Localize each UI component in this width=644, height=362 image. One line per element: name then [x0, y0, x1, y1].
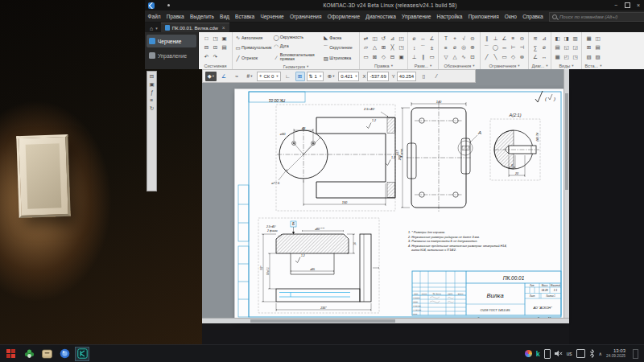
ribbon-tool-icon[interactable]: ◲ [571, 43, 580, 52]
ribbon-tool-icon[interactable]: ⊥ [491, 34, 500, 43]
document-tab[interactable]: ПК.00.01. Вилка.cdw × [161, 23, 229, 32]
document-tree-icon[interactable]: ⊟ [150, 73, 154, 79]
ribbon-tool-icon[interactable]: ⊟ [388, 52, 397, 62]
ribbon-tool-icon[interactable]: ⊿ [388, 34, 397, 43]
ribbon-tool-icon[interactable]: ▱ [361, 43, 370, 52]
bluetooth-icon[interactable] [589, 349, 595, 358]
app-launcher-green[interactable] [23, 348, 35, 360]
ribbon-tool-icon[interactable]: ⌀ [540, 43, 549, 52]
menu-item[interactable]: Ограничения [287, 14, 324, 19]
show-desktop-button[interactable] [633, 349, 638, 359]
ribbon-tool-icon[interactable]: ╲ [491, 52, 500, 62]
ribbon-tool-icon[interactable]: ◰ [562, 52, 571, 62]
menu-item[interactable]: Выделить [187, 14, 217, 19]
ribbon-tool-icon[interactable]: ╳ [388, 43, 397, 52]
close-button[interactable]: × [633, 1, 644, 10]
snaps-toggle-button[interactable]: ⊞ [295, 72, 305, 81]
tool-hatch[interactable]: ▨Штриховка [322, 54, 357, 63]
ribbon-group-label[interactable]: Вста...▾ [584, 62, 603, 69]
ribbon-tool-icon[interactable]: ◧ [553, 34, 562, 43]
ribbon-tool-icon[interactable]: ∠ [531, 52, 540, 62]
tool-fillet[interactable]: ⌒Скругление [322, 43, 357, 52]
ribbon-tool-icon[interactable]: ⊠ [370, 52, 379, 62]
ribbon-tool-icon[interactable]: ≋ [531, 34, 540, 43]
ribbon-tool-icon[interactable]: ◇ [379, 52, 388, 62]
ribbon-tool-icon[interactable]: ▭ [500, 52, 509, 62]
tool-rectangle[interactable]: ▭Прямоугольник [234, 43, 273, 52]
tab-close-icon[interactable]: × [222, 25, 225, 31]
ribbon-tool-icon[interactable]: ⊞ [379, 43, 388, 52]
ribbon-tool-icon[interactable]: ◫ [370, 34, 379, 43]
ribbon-tool-icon[interactable]: ◳ [211, 34, 220, 43]
clipboard-tray-icon[interactable] [576, 349, 585, 358]
browser-button[interactable] [58, 348, 71, 360]
vertical-scrollbar-thumb[interactable] [565, 93, 568, 190]
ribbon-group-label[interactable]: Диаг...▾ [530, 62, 549, 69]
menu-item[interactable]: Вид [217, 14, 233, 19]
keyboard-layout-indicator[interactable]: us [567, 351, 572, 356]
drawing-canvas[interactable]: ПК.00.01 ( ) [202, 69, 569, 323]
corner-snap-button[interactable]: ∟ [283, 72, 294, 81]
phone-tray-icon[interactable] [544, 349, 551, 359]
ribbon-tool-icon[interactable]: ⊥ [410, 52, 419, 62]
ribbon-tool-icon[interactable]: ◨ [562, 34, 571, 43]
rounding-button[interactable]: ≈ [231, 72, 242, 81]
drawing-sheet[interactable]: ПК.00.01 ( ) [234, 88, 564, 320]
menu-item[interactable]: Файл [145, 14, 163, 19]
ribbon-tool-icon[interactable]: ↶ [202, 52, 211, 62]
maximize-button[interactable] [621, 1, 633, 10]
menu-item[interactable]: Черчение [258, 14, 287, 19]
ribbon-tool-icon[interactable]: △ [370, 43, 379, 52]
ribbon-tool-icon[interactable]: ▤ [593, 43, 602, 52]
home-button[interactable]: ⌂ [145, 26, 155, 32]
ribbon-tool-icon[interactable]: ◱ [562, 43, 571, 52]
vertical-scrollbar[interactable] [564, 69, 569, 323]
ribbon-tool-icon[interactable]: ▤ [553, 43, 562, 52]
preview-icon[interactable]: ▣ [149, 81, 154, 87]
ribbon-group-label[interactable]: Обозначения▾ [440, 62, 478, 69]
kde-connect-icon[interactable]: k [536, 350, 540, 358]
view-plate[interactable]: 140 269 А [398, 100, 481, 212]
horizontal-scrollbar[interactable] [202, 318, 569, 323]
zoom-value-select[interactable]: 0.421▾ [338, 72, 359, 81]
ribbon-tool-icon[interactable]: ⌒ [482, 43, 491, 52]
ribbon-tool-icon[interactable]: ⊗ [518, 52, 526, 62]
ribbon-tool-icon[interactable]: ◳ [397, 43, 406, 52]
menu-item[interactable]: Правка [163, 14, 187, 19]
ribbon-tool-icon[interactable]: ↔ [540, 52, 549, 62]
ribbon-tool-icon[interactable]: ∠ [500, 34, 509, 43]
tool-autoline[interactable]: ∿Автолиния [234, 34, 273, 43]
ribbon-tool-icon[interactable]: ⌀ [410, 34, 419, 43]
ribbon-tool-icon[interactable]: ⊕ [469, 43, 477, 52]
grid-button[interactable]: #▾ [244, 72, 255, 81]
file-manager-button[interactable] [40, 348, 53, 360]
clock[interactable]: 13:03 24.09.2025 [606, 348, 625, 359]
ribbon-group-label[interactable]: Разм...▾ [410, 62, 436, 69]
sheet-mode-button[interactable]: ▯ [418, 72, 429, 81]
layer-select[interactable]: ⇅1▾ [307, 72, 324, 81]
ribbon-tool-icon[interactable]: ± [427, 43, 436, 52]
ribbon-tool-icon[interactable]: ▽ [442, 52, 451, 62]
tool-construction-line[interactable]: ∕Вспомогательная прямая [273, 51, 323, 64]
ribbon-tool-icon[interactable]: ◇ [509, 52, 518, 62]
ribbon-tool-icon[interactable]: ∠ [427, 34, 436, 43]
menu-item[interactable]: Приложения [465, 14, 502, 19]
ribbon-tool-icon[interactable]: ∑ [531, 43, 540, 52]
ribbon-tool-icon[interactable]: ◯ [491, 43, 500, 52]
volume-muted-icon[interactable] [555, 350, 563, 357]
ribbon-tool-icon[interactable]: ⇄ [361, 34, 370, 43]
ribbon-tool-icon[interactable]: △ [451, 52, 460, 62]
menu-item[interactable]: Оформление [324, 14, 363, 19]
ribbon-group-label[interactable]: Правка▾ [361, 62, 406, 69]
command-search-box[interactable]: Поиск по командам (Alt+/) [549, 12, 644, 22]
ribbon-tool-icon[interactable]: ╱ [482, 52, 491, 62]
menu-item[interactable]: Настройка [434, 14, 465, 19]
ribbon-tool-icon[interactable]: ▨ [593, 52, 602, 62]
ribbon-tool-icon[interactable]: ▧ [584, 52, 593, 62]
tool-circle[interactable]: ◯Окружность [273, 33, 323, 42]
menu-item[interactable]: Вставка [232, 14, 257, 19]
ribbon-tool-icon[interactable]: ═ [500, 43, 509, 52]
menu-item[interactable]: Диагностика [363, 14, 399, 19]
ribbon-tool-icon[interactable]: ⊙ [518, 34, 526, 43]
tray-expander-icon[interactable]: ∧ [599, 351, 602, 356]
